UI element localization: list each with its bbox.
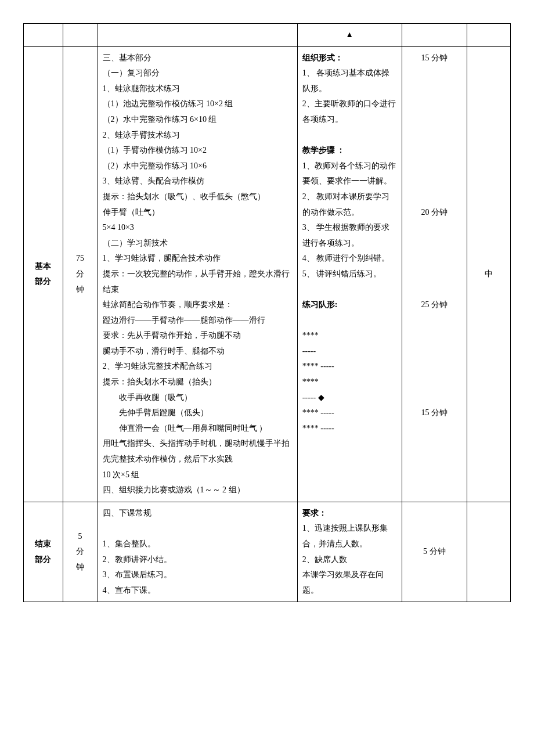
step-4: 4、 教师进行个别纠错。 (302, 251, 397, 267)
end-h1: 四、下课常规 (103, 506, 293, 521)
content-n1tip: 提示：一次较完整的动作，从手臂开始，蹬夹水滑行结束 (103, 267, 293, 297)
content-end: 四、下课常规 1、集合整队。 2、教师讲评小结。 3、布置课后练习。 4、宣布下… (98, 502, 297, 602)
content-n2b: 先伸手臂后蹬腿（低头） (103, 405, 293, 421)
formation-4: **** (302, 375, 397, 390)
section-label-end-1: 结束 (28, 537, 58, 552)
method-main: 组织形式： 1、 各项练习基本成体操队形。 2、主要听教师的口令进行各项练习。 … (297, 46, 402, 502)
formation-7: **** ----- (302, 421, 397, 437)
content-n2tip: 提示：抬头划水不动腿（抬头） (103, 375, 293, 390)
cell-empty (63, 24, 98, 47)
cell-triangle: ▲ (297, 24, 402, 47)
content-l2: 2、蛙泳手臂技术练习 (103, 128, 293, 143)
section-label-end: 结束 部分 (24, 502, 63, 602)
intensity-end (467, 502, 510, 602)
content-h3: （二）学习新技术 (103, 236, 293, 251)
cell-empty (402, 24, 467, 47)
content-n2d: 用吐气指挥头、头指挥动手时机，腿动时机慢手半拍 (103, 436, 293, 452)
req-2: 2、缺席人数 (302, 552, 397, 568)
step-1: 1、教师对各个练习的动作要领、要求作一一讲解。 (302, 159, 397, 189)
step-heading: 教学步骤 ： (302, 143, 397, 159)
content-l1b: （2）水中完整动作练习 6×10 组 (103, 112, 293, 128)
method-end: 要求： 1、迅速按照上课队形集合，并清点人数。 2、缺席人数 本课学习效果及存在… (297, 502, 402, 602)
formation-1: **** (302, 328, 397, 344)
content-l1: 1、蛙泳腿部技术练习 (103, 81, 293, 97)
end-section-row: 结束 部分 5 分 钟 四、下课常规 1、集合整队。 2、教师讲评小结。 3、布… (24, 502, 511, 602)
content-n2c: 伸直滑一会（吐气—用鼻和嘴同时吐气 ） (103, 421, 293, 437)
cell-empty (467, 24, 510, 47)
formation-heading: 练习队形: (302, 297, 397, 313)
formation-3: **** ----- (302, 359, 397, 375)
req-3: 本课学习效果及存在问题。 (302, 567, 397, 598)
duration-end-value: 5 分钟 (423, 547, 446, 556)
end-l3: 3、布置课后练习。 (103, 567, 293, 583)
time-unit1: 分 (68, 267, 93, 282)
content-n1req: 要求：先从手臂动作开始，手动腿不动 (103, 328, 293, 344)
section-label-line1: 基本 (28, 259, 58, 275)
content-n2f: 10 次×5 组 (103, 467, 293, 483)
content-l3tip2: 伸手臂（吐气） (103, 205, 293, 221)
step-2: 2、 教师对本课所要学习的动作做示范。 (302, 189, 397, 220)
org-1: 1、 各项练习基本成体操队形。 (302, 66, 397, 96)
time-unit2: 钟 (68, 282, 93, 298)
content-n1: 1、学习蛙泳臂，腿配合技术动作 (103, 251, 293, 267)
content-l2b: （2）水中完整动作练习 10×6 (103, 159, 293, 174)
duration-2: 20 分钟 (407, 205, 462, 221)
content-n2: 2、学习蛙泳完整技术配合练习 (103, 359, 293, 375)
content-n2a: 收手再收腿（吸气） (103, 390, 293, 406)
step-5: 5、 讲评纠错后练习。 (302, 267, 397, 282)
intensity-value: 中 (485, 269, 493, 278)
req-1: 1、迅速按照上课队形集合，并清点人数。 (302, 521, 397, 552)
content-l3tip: 提示：抬头划水（吸气）、收手低头（憋气） (103, 189, 293, 205)
time-main: 75 分 钟 (63, 46, 98, 502)
section-label-main: 基本 部分 (24, 46, 63, 502)
cell-empty (98, 24, 297, 47)
content-l3sets: 5×4 10×3 (103, 220, 293, 236)
intensity-main: 中 (467, 46, 510, 502)
content-n1req2: 腿动手不动，滑行时手、腿都不动 (103, 344, 293, 359)
section-label-end-2: 部分 (28, 552, 58, 568)
cell-empty (24, 24, 63, 47)
formation-5: ----- ◆ (302, 390, 397, 406)
content-h4: 四、组织接力比赛或游戏（1～～ 2 组） (103, 483, 293, 498)
duration-main: 15 分钟 20 分钟 25 分钟 15 分钟 (402, 46, 467, 502)
duration-3: 25 分钟 (407, 297, 462, 313)
end-l2: 2、教师讲评小结。 (103, 552, 293, 568)
end-l4: 4、宣布下课。 (103, 583, 293, 599)
time-val: 75 (68, 251, 93, 267)
content-l1a: （1）池边完整动作模仿练习 10×2 组 (103, 96, 293, 112)
content-n1seq: 蛙泳简配合动作节奏，顺序要求是： (103, 297, 293, 313)
duration-4: 15 分钟 (407, 405, 462, 421)
time-end-val: 5 (68, 529, 93, 545)
content-h1: 三、基本部分 (103, 51, 293, 66)
content-h2: （一）复习部分 (103, 66, 293, 81)
org-heading: 组织形式： (302, 51, 397, 66)
content-l2a: （1）手臂动作模仿练习 10×2 (103, 143, 293, 159)
section-label-line2: 部分 (28, 274, 58, 290)
formation-2: ----- (302, 344, 397, 359)
formation-6: **** ----- (302, 405, 397, 421)
lesson-plan-table: ▲ 基本 部分 75 分 钟 三、基本部分 （一）复习部分 1、蛙泳腿部技术练习… (23, 23, 511, 602)
time-end: 5 分 钟 (63, 502, 98, 602)
duration-end: 5 分钟 (402, 502, 467, 602)
time-end-unit2: 钟 (68, 560, 93, 575)
end-l1: 1、集合整队。 (103, 537, 293, 552)
step-3: 3、 学生根据教师的要求进行各项练习。 (302, 220, 397, 251)
header-row: ▲ (24, 24, 511, 47)
triangle-icon: ▲ (302, 27, 397, 43)
content-l3: 3、蛙泳臂、头配合动作模仿 (103, 174, 293, 189)
org-2: 2、主要听教师的口令进行各项练习。 (302, 96, 397, 127)
time-end-unit1: 分 (68, 544, 93, 560)
content-n2e: 先完整技术动作模仿，然后下水实践 (103, 452, 293, 467)
content-main: 三、基本部分 （一）复习部分 1、蛙泳腿部技术练习 （1）池边完整动作模仿练习 … (98, 46, 297, 502)
req-heading: 要求： (302, 506, 397, 521)
main-section-row: 基本 部分 75 分 钟 三、基本部分 （一）复习部分 1、蛙泳腿部技术练习 （… (24, 46, 511, 502)
content-n1seq2: 蹬边滑行——手臂动作——腿部动作——滑行 (103, 313, 293, 329)
duration-1: 15 分钟 (407, 51, 462, 66)
